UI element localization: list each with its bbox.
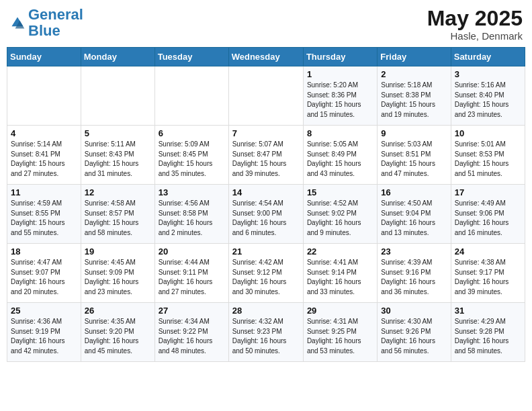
calendar-cell: 21Sunrise: 4:42 AMSunset: 9:12 PMDayligh…: [228, 244, 303, 303]
day-info: Sunrise: 4:42 AMSunset: 9:12 PMDaylight:…: [232, 258, 300, 297]
page-header: General Blue May 2025 Hasle, Denmark: [7, 7, 525, 42]
day-info: Sunrise: 5:07 AMSunset: 8:47 PMDaylight:…: [232, 140, 300, 179]
calendar-week-1: 1Sunrise: 5:20 AMSunset: 8:36 PMDaylight…: [7, 66, 525, 126]
day-number: 6: [159, 128, 225, 138]
day-number: 3: [455, 69, 521, 79]
calendar-cell: 10Sunrise: 5:01 AMSunset: 8:53 PMDayligh…: [451, 126, 525, 185]
day-info: Sunrise: 4:50 AMSunset: 9:04 PMDaylight:…: [381, 199, 447, 238]
day-number: 2: [381, 69, 447, 79]
day-info: Sunrise: 4:47 AMSunset: 9:07 PMDaylight:…: [11, 258, 77, 297]
calendar-cell: 6Sunrise: 5:09 AMSunset: 8:45 PMDaylight…: [154, 126, 228, 185]
day-number: 7: [232, 128, 300, 138]
calendar-cell: 29Sunrise: 4:31 AMSunset: 9:25 PMDayligh…: [303, 303, 377, 362]
day-number: 22: [307, 246, 373, 257]
calendar-cell: 31Sunrise: 4:29 AMSunset: 9:28 PMDayligh…: [451, 303, 525, 362]
calendar-week-4: 18Sunrise: 4:47 AMSunset: 9:07 PMDayligh…: [7, 244, 525, 303]
day-info: Sunrise: 4:41 AMSunset: 9:14 PMDaylight:…: [307, 258, 373, 297]
calendar-cell: 16Sunrise: 4:50 AMSunset: 9:04 PMDayligh…: [378, 185, 451, 244]
day-number: 8: [307, 128, 373, 138]
day-number: 19: [85, 246, 151, 257]
day-number: 4: [11, 128, 77, 138]
calendar-cell: 27Sunrise: 4:34 AMSunset: 9:22 PMDayligh…: [154, 303, 228, 362]
day-number: 28: [232, 306, 300, 316]
calendar-cell: 15Sunrise: 4:52 AMSunset: 9:02 PMDayligh…: [303, 185, 377, 244]
day-info: Sunrise: 5:16 AMSunset: 8:40 PMDaylight:…: [455, 81, 521, 120]
calendar-table: Sunday Monday Tuesday Wednesday Thursday…: [7, 47, 525, 362]
day-info: Sunrise: 5:14 AMSunset: 8:41 PMDaylight:…: [11, 140, 77, 179]
calendar-cell: 30Sunrise: 4:30 AMSunset: 9:26 PMDayligh…: [378, 303, 451, 362]
calendar-cell: 7Sunrise: 5:07 AMSunset: 8:47 PMDaylight…: [228, 126, 303, 185]
calendar-cell: 9Sunrise: 5:03 AMSunset: 8:51 PMDaylight…: [378, 126, 451, 185]
day-number: 12: [85, 187, 151, 197]
logo-general: General: [28, 6, 83, 23]
col-monday: Monday: [81, 48, 154, 66]
col-thursday: Thursday: [303, 48, 377, 66]
day-number: 27: [159, 306, 225, 316]
day-info: Sunrise: 4:52 AMSunset: 9:02 PMDaylight:…: [307, 199, 373, 238]
day-number: 31: [455, 306, 521, 316]
day-number: 10: [455, 128, 521, 138]
day-info: Sunrise: 4:54 AMSunset: 9:00 PMDaylight:…: [232, 199, 300, 238]
calendar-cell: 20Sunrise: 4:44 AMSunset: 9:11 PMDayligh…: [154, 244, 228, 303]
calendar-cell: 1Sunrise: 5:20 AMSunset: 8:36 PMDaylight…: [303, 66, 377, 126]
col-wednesday: Wednesday: [228, 48, 303, 66]
header-row: Sunday Monday Tuesday Wednesday Thursday…: [7, 48, 525, 66]
calendar-cell: [154, 66, 228, 126]
day-info: Sunrise: 4:49 AMSunset: 9:06 PMDaylight:…: [455, 199, 521, 238]
col-saturday: Saturday: [451, 48, 525, 66]
day-info: Sunrise: 4:34 AMSunset: 9:22 PMDaylight:…: [159, 317, 225, 356]
day-info: Sunrise: 5:01 AMSunset: 8:53 PMDaylight:…: [455, 140, 521, 179]
calendar-cell: 12Sunrise: 4:58 AMSunset: 8:57 PMDayligh…: [81, 185, 154, 244]
calendar-cell: [81, 66, 154, 126]
day-number: 18: [11, 246, 77, 257]
day-info: Sunrise: 4:39 AMSunset: 9:16 PMDaylight:…: [381, 258, 447, 297]
calendar-week-2: 4Sunrise: 5:14 AMSunset: 8:41 PMDaylight…: [7, 126, 525, 185]
calendar-cell: 23Sunrise: 4:39 AMSunset: 9:16 PMDayligh…: [378, 244, 451, 303]
calendar-cell: 3Sunrise: 5:16 AMSunset: 8:40 PMDaylight…: [451, 66, 525, 126]
calendar-cell: 19Sunrise: 4:45 AMSunset: 9:09 PMDayligh…: [81, 244, 154, 303]
day-number: 23: [381, 246, 447, 257]
col-friday: Friday: [378, 48, 451, 66]
day-info: Sunrise: 4:59 AMSunset: 8:55 PMDaylight:…: [11, 199, 77, 238]
day-info: Sunrise: 4:45 AMSunset: 9:09 PMDaylight:…: [85, 258, 151, 297]
day-number: 16: [381, 187, 447, 197]
col-tuesday: Tuesday: [154, 48, 228, 66]
calendar-cell: 25Sunrise: 4:36 AMSunset: 9:19 PMDayligh…: [7, 303, 81, 362]
day-info: Sunrise: 5:09 AMSunset: 8:45 PMDaylight:…: [159, 140, 225, 179]
calendar-week-5: 25Sunrise: 4:36 AMSunset: 9:19 PMDayligh…: [7, 303, 525, 362]
day-number: 17: [455, 187, 521, 197]
day-info: Sunrise: 4:56 AMSunset: 8:58 PMDaylight:…: [159, 199, 225, 238]
day-number: 20: [159, 246, 225, 257]
day-info: Sunrise: 5:11 AMSunset: 8:43 PMDaylight:…: [85, 140, 151, 179]
day-number: 1: [307, 69, 373, 79]
calendar-week-3: 11Sunrise: 4:59 AMSunset: 8:55 PMDayligh…: [7, 185, 525, 244]
day-number: 11: [11, 187, 77, 197]
calendar-cell: 2Sunrise: 5:18 AMSunset: 8:38 PMDaylight…: [378, 66, 451, 126]
day-number: 21: [232, 246, 300, 257]
calendar-cell: 24Sunrise: 4:38 AMSunset: 9:17 PMDayligh…: [451, 244, 525, 303]
calendar-cell: 8Sunrise: 5:05 AMSunset: 8:49 PMDaylight…: [303, 126, 377, 185]
day-number: 26: [85, 306, 151, 316]
day-info: Sunrise: 4:35 AMSunset: 9:20 PMDaylight:…: [85, 317, 151, 356]
calendar-cell: 26Sunrise: 4:35 AMSunset: 9:20 PMDayligh…: [81, 303, 154, 362]
logo-blue: Blue: [28, 22, 60, 39]
day-number: 24: [455, 246, 521, 257]
day-number: 14: [232, 187, 300, 197]
calendar-cell: 5Sunrise: 5:11 AMSunset: 8:43 PMDaylight…: [81, 126, 154, 185]
day-info: Sunrise: 5:05 AMSunset: 8:49 PMDaylight:…: [307, 140, 373, 179]
logo: General Blue: [9, 7, 83, 39]
day-info: Sunrise: 4:30 AMSunset: 9:26 PMDaylight:…: [381, 317, 447, 356]
calendar-cell: [228, 66, 303, 126]
day-number: 9: [381, 128, 447, 138]
day-info: Sunrise: 4:36 AMSunset: 9:19 PMDaylight:…: [11, 317, 77, 356]
day-info: Sunrise: 5:18 AMSunset: 8:38 PMDaylight:…: [381, 81, 447, 120]
title-block: May 2025 Hasle, Denmark: [427, 7, 523, 42]
calendar-cell: 14Sunrise: 4:54 AMSunset: 9:00 PMDayligh…: [228, 185, 303, 244]
day-info: Sunrise: 5:20 AMSunset: 8:36 PMDaylight:…: [307, 81, 373, 120]
day-number: 30: [381, 306, 447, 316]
calendar-cell: 28Sunrise: 4:32 AMSunset: 9:23 PMDayligh…: [228, 303, 303, 362]
day-number: 5: [85, 128, 151, 138]
calendar-cell: 22Sunrise: 4:41 AMSunset: 9:14 PMDayligh…: [303, 244, 377, 303]
calendar-cell: [7, 66, 81, 126]
day-info: Sunrise: 4:31 AMSunset: 9:25 PMDaylight:…: [307, 317, 373, 356]
